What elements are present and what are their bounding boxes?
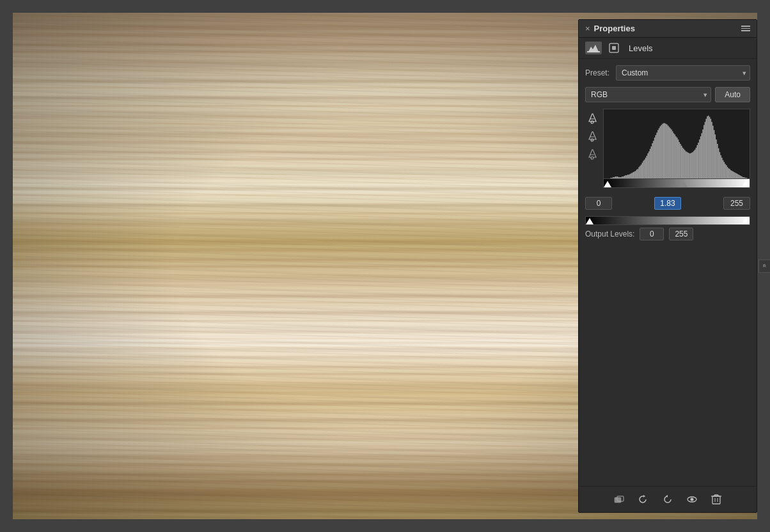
svg-rect-65 — [669, 127, 670, 178]
channel-select[interactable]: RGB Red Green Blue — [585, 87, 711, 102]
svg-rect-103 — [711, 122, 712, 178]
input-mid-value[interactable] — [654, 197, 681, 210]
svg-rect-70 — [674, 134, 675, 178]
svg-rect-47 — [648, 152, 649, 178]
panel-menu-icon[interactable] — [741, 26, 750, 31]
svg-rect-21 — [620, 177, 620, 178]
svg-rect-62 — [665, 124, 666, 178]
svg-rect-31 — [631, 173, 631, 178]
svg-rect-129 — [741, 176, 741, 178]
svg-rect-117 — [727, 167, 728, 178]
svg-rect-54 — [656, 132, 657, 178]
black-point-slider[interactable] — [604, 181, 611, 187]
svg-rect-95 — [702, 129, 703, 178]
toggle-visibility-btn[interactable] — [683, 492, 701, 507]
panel-actions — [579, 486, 757, 512]
svg-rect-91 — [698, 143, 698, 178]
white-point-slider[interactable] — [742, 181, 750, 187]
svg-rect-42 — [643, 161, 643, 178]
svg-rect-116 — [726, 165, 727, 178]
channel-row: RGB Red Green Blue Auto — [585, 87, 750, 102]
svg-rect-79 — [684, 150, 685, 178]
svg-rect-115 — [725, 164, 725, 178]
svg-point-140 — [691, 498, 694, 501]
output-white-slider[interactable] — [742, 218, 750, 224]
svg-rect-14 — [611, 178, 612, 178]
svg-rect-28 — [627, 175, 628, 178]
output-white-value[interactable] — [669, 228, 693, 240]
svg-rect-89 — [696, 148, 696, 178]
input-white-value[interactable] — [723, 197, 750, 210]
mid-point-slider[interactable] — [680, 181, 688, 187]
svg-rect-73 — [678, 139, 679, 178]
svg-rect-114 — [724, 162, 725, 178]
preset-select[interactable]: Custom Default Increase Contrast 1 Incre… — [616, 65, 750, 81]
svg-rect-41 — [642, 162, 643, 178]
mask-tab-icon[interactable] — [606, 42, 622, 54]
svg-rect-97 — [705, 122, 705, 178]
svg-rect-38 — [638, 167, 639, 178]
svg-rect-122 — [733, 171, 734, 178]
eyedropper-black-btn[interactable] — [585, 147, 599, 161]
collapse-panel-button[interactable]: « — [758, 260, 770, 273]
svg-rect-126 — [737, 174, 738, 178]
svg-rect-125 — [736, 173, 737, 178]
svg-rect-44 — [645, 158, 646, 178]
levels-label: Levels — [629, 43, 653, 53]
svg-rect-131 — [742, 177, 743, 178]
output-row: Output Levels: — [585, 228, 750, 240]
svg-rect-94 — [702, 133, 702, 178]
output-black-value[interactable] — [640, 228, 664, 240]
svg-rect-59 — [662, 124, 663, 178]
panel-titlebar: × Properties — [579, 20, 757, 38]
svg-rect-35 — [635, 171, 636, 178]
svg-rect-19 — [617, 176, 618, 178]
svg-rect-66 — [670, 128, 670, 178]
preset-select-wrapper[interactable]: Custom Default Increase Contrast 1 Incre… — [616, 65, 750, 81]
svg-rect-111 — [720, 155, 721, 178]
histogram-tab-icon[interactable] — [585, 42, 602, 54]
output-black-slider[interactable] — [586, 218, 593, 224]
svg-rect-105 — [714, 130, 714, 178]
clip-to-layer-btn[interactable] — [610, 492, 628, 507]
svg-rect-53 — [656, 135, 656, 178]
svg-rect-83 — [689, 153, 689, 178]
svg-rect-16 — [614, 177, 615, 178]
histogram-section — [585, 109, 750, 188]
svg-rect-133 — [745, 178, 746, 178]
svg-rect-57 — [660, 127, 661, 178]
properties-panel: × Properties Levels — [578, 19, 757, 513]
svg-rect-134 — [746, 178, 747, 178]
output-levels-label: Output Levels: — [585, 230, 634, 239]
svg-rect-25 — [624, 176, 625, 178]
svg-rect-29 — [629, 175, 629, 178]
svg-rect-121 — [732, 171, 732, 178]
input-slider-track[interactable] — [603, 179, 750, 188]
svg-rect-68 — [672, 131, 673, 178]
input-black-value[interactable] — [585, 197, 612, 210]
svg-rect-36 — [636, 169, 637, 178]
histogram-container — [603, 109, 750, 188]
svg-point-5 — [591, 139, 593, 141]
panel-close-btn[interactable]: × — [585, 24, 590, 33]
svg-rect-46 — [647, 153, 648, 178]
svg-rect-106 — [715, 134, 716, 178]
previous-state-btn[interactable] — [634, 492, 652, 507]
svg-rect-112 — [721, 158, 722, 178]
channel-select-wrapper[interactable]: RGB Red Green Blue — [585, 87, 711, 102]
svg-rect-120 — [730, 170, 731, 178]
eyedropper-white-btn[interactable] — [585, 111, 599, 125]
reset-btn[interactable] — [659, 492, 677, 507]
eyedropper-gray-btn[interactable] — [585, 129, 599, 143]
auto-button[interactable]: Auto — [715, 87, 750, 102]
svg-rect-118 — [728, 168, 729, 178]
svg-rect-22 — [620, 177, 621, 178]
svg-rect-87 — [693, 151, 694, 178]
svg-rect-1 — [587, 51, 600, 52]
svg-rect-93 — [700, 136, 701, 178]
preset-row: Preset: Custom Default Increase Contrast… — [585, 65, 750, 81]
histogram-canvas — [603, 109, 750, 179]
delete-adjustment-btn[interactable] — [707, 492, 725, 507]
svg-rect-24 — [623, 176, 624, 178]
output-slider-track[interactable] — [585, 216, 750, 225]
